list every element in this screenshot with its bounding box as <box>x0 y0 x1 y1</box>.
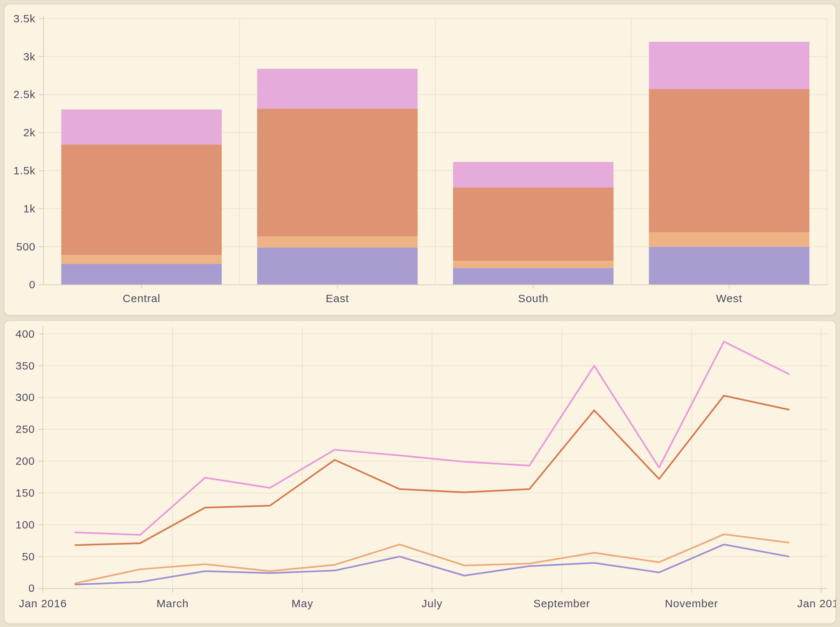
y-tick-label: 350 <box>16 360 35 372</box>
y-tick-label: 0 <box>28 582 35 594</box>
y-tick-label: 500 <box>16 241 36 253</box>
bar-segment-orange <box>257 236 418 247</box>
x-tick-label: Jan 2017 <box>797 597 835 610</box>
bar-segment-purple <box>453 268 614 285</box>
bar-segment-salmon <box>649 89 810 232</box>
x-tick-label: July <box>422 597 442 610</box>
x-tick-label: September <box>533 597 590 610</box>
bar-segment-orange <box>453 261 614 268</box>
y-tick-label: 3.5k <box>14 13 36 25</box>
bar-segment-orange <box>649 232 810 246</box>
y-tick-label: 3k <box>23 50 36 63</box>
y-tick-label: 1k <box>23 203 36 214</box>
bar-segment-pink <box>257 69 418 109</box>
stacked-bar-chart: CentralEastSouthWest05001k1.5k2k2.5k3k3.… <box>5 5 835 315</box>
y-tick-label: 2.5k <box>14 88 36 100</box>
bar-segment-salmon <box>61 144 222 255</box>
x-tick-label: West <box>716 292 742 304</box>
y-tick-label: 50 <box>22 550 35 562</box>
x-tick-label: East <box>326 292 349 304</box>
x-tick-label: November <box>665 597 718 610</box>
bar-segment-pink <box>649 42 810 89</box>
bar-segment-pink <box>453 162 614 187</box>
x-tick-label: March <box>156 597 189 610</box>
y-tick-label: 0 <box>29 278 36 290</box>
y-tick-label: 200 <box>16 455 35 467</box>
x-tick-label: Jan 2016 <box>19 597 67 610</box>
y-tick-label: 1.5k <box>14 164 36 176</box>
stacked-bar-chart-card: CentralEastSouthWest05001k1.5k2k2.5k3k3.… <box>4 4 836 316</box>
y-tick-label: 300 <box>16 391 35 403</box>
x-tick-label: May <box>291 597 313 610</box>
bar-segment-salmon <box>257 109 418 236</box>
y-tick-label: 150 <box>16 487 35 499</box>
y-tick-label: 400 <box>16 328 35 340</box>
x-tick-label: South <box>518 292 549 304</box>
y-tick-label: 250 <box>16 423 35 435</box>
bar-segment-purple <box>649 247 810 285</box>
bar-segment-salmon <box>453 187 614 261</box>
line-chart-card: 050100150200250300350400Jan 2016MarchMay… <box>4 320 836 624</box>
bar-segment-purple <box>257 247 418 285</box>
bar-segment-orange <box>61 255 222 264</box>
line-chart: 050100150200250300350400Jan 2016MarchMay… <box>5 321 835 623</box>
x-tick-label: Central <box>122 292 160 304</box>
bar-segment-purple <box>61 264 222 285</box>
y-tick-label: 100 <box>16 518 35 531</box>
bar-segment-pink <box>61 110 222 144</box>
y-tick-label: 2k <box>23 126 36 139</box>
